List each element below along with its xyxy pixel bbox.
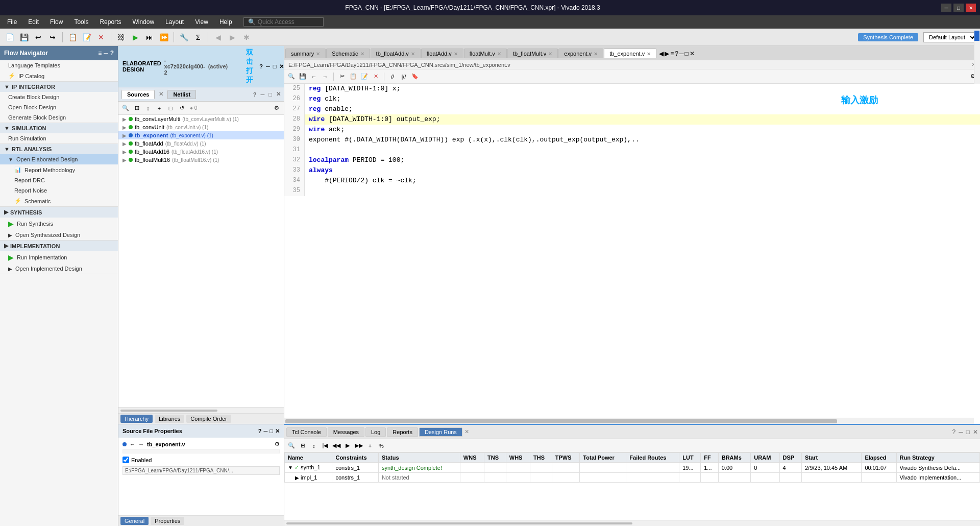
max-btn[interactable]: □: [268, 91, 272, 98]
synthesis-header[interactable]: ▶ SYNTHESIS: [0, 207, 118, 218]
menu-file[interactable]: File: [2, 15, 22, 29]
sigma-button[interactable]: Σ: [191, 31, 205, 44]
menu-edit[interactable]: Edit: [23, 15, 44, 29]
source-item-exponent[interactable]: ▶ tb_exponent (tb_exponent.v) (1): [118, 131, 284, 139]
bottom-min[interactable]: ─: [959, 428, 963, 436]
expand-impl1[interactable]: ▶: [295, 475, 299, 481]
quick-access-input[interactable]: [258, 18, 319, 26]
source-item-floatmult16[interactable]: ▶ tb_floatMult16 (tb_floatMult16.v) (1): [118, 156, 284, 164]
redo-button[interactable]: ↪: [46, 31, 59, 44]
back-button[interactable]: ◀: [211, 31, 225, 44]
copy-code-button[interactable]: 📋: [348, 71, 358, 82]
tab-tb-floatadd-close[interactable]: ✕: [411, 51, 415, 57]
nav-open-implemented-design[interactable]: ▶ Open Implemented Design: [0, 264, 118, 274]
layout-select[interactable]: Default Layout: [923, 32, 977, 42]
tab-exponent[interactable]: exponent.v ✕: [558, 49, 603, 58]
source-item-convlayermulti[interactable]: ▶ tb_convLayerMulti (tb_convLayerMulti.v…: [118, 115, 284, 123]
simulation-header[interactable]: ▼ SIMULATION: [0, 123, 118, 133]
table-row-synth1[interactable]: ▼ ✓ synth_1 constrs_1 synth_design Compl…: [285, 463, 980, 473]
min-btn[interactable]: ─: [261, 91, 265, 98]
paste-code-button[interactable]: 📝: [359, 71, 370, 82]
tab-max[interactable]: □: [684, 50, 688, 57]
asterisk-button[interactable]: ✱: [240, 31, 253, 44]
rtl-analysis-header[interactable]: ▼ RTL ANALYSIS: [0, 144, 118, 154]
reports-tab[interactable]: Reports: [387, 427, 418, 437]
code-editor[interactable]: 输入激励 25 reg [DATA_WIDTH-1:0] x; 26 reg c…: [284, 84, 980, 424]
filter-runs-button[interactable]: ⊞: [298, 441, 308, 451]
nav-open-synthesized-design[interactable]: ▶ Open Synthesized Design: [0, 230, 118, 240]
nav-schematic[interactable]: ⚡ Schematic: [0, 196, 118, 206]
menu-view[interactable]: View: [190, 15, 213, 29]
nav-create-block-design[interactable]: Create Block Design: [0, 92, 118, 102]
prop-min[interactable]: ─: [264, 428, 268, 434]
search-sources-button[interactable]: 🔍: [120, 103, 131, 113]
design-runs-close[interactable]: ✕: [464, 428, 469, 435]
nav-language-templates[interactable]: Language Templates: [0, 60, 118, 70]
refresh-button[interactable]: ↺: [177, 103, 187, 113]
close-icon[interactable]: ✕: [279, 63, 284, 70]
fwd-code-button[interactable]: →: [320, 71, 330, 82]
tcl-console-tab[interactable]: Tcl Console: [286, 427, 327, 437]
table-row-impl1[interactable]: ▶ impl_1 constrs_1 Not started: [285, 473, 980, 483]
settings-button[interactable]: 🔧: [177, 31, 190, 44]
prev-run-button[interactable]: ◀◀: [331, 441, 341, 451]
hierarchy-tab[interactable]: Hierarchy: [120, 415, 153, 423]
prop-settings-icon[interactable]: ⚙: [275, 441, 280, 447]
prop-close[interactable]: ✕: [275, 428, 280, 435]
run-all-button[interactable]: ⛓: [114, 31, 128, 44]
sort-button[interactable]: ↕: [143, 103, 153, 113]
prop-help[interactable]: ?: [258, 428, 262, 434]
help-btn[interactable]: ?: [253, 91, 257, 98]
messages-tab[interactable]: Messages: [328, 427, 364, 437]
tab-tb-floatadd[interactable]: tb_floatAdd.v ✕: [371, 49, 421, 58]
bottom-max[interactable]: □: [966, 428, 970, 436]
forward-button[interactable]: ⏩: [157, 31, 170, 44]
cut-button[interactable]: ✂: [337, 71, 347, 82]
nav-ip-catalog[interactable]: ⚡ IP Catalog: [0, 70, 118, 81]
tab-floatmult-close[interactable]: ✕: [497, 51, 501, 57]
run-button[interactable]: ▶: [129, 31, 142, 44]
close-btn[interactable]: ✕: [276, 91, 281, 98]
source-item-floatadd[interactable]: ▶ tb_floatAdd (tb_floatAdd.v) (1): [118, 139, 284, 148]
new-button[interactable]: 📄: [3, 31, 16, 44]
implementation-header[interactable]: ▶ IMPLEMENTATION: [0, 241, 118, 251]
tab-close[interactable]: ✕: [690, 50, 695, 57]
settings-sources-button[interactable]: ⚙: [272, 103, 282, 113]
percent-button[interactable]: %: [376, 441, 386, 451]
tab-floatadd[interactable]: floatAdd.v ✕: [421, 49, 463, 58]
properties-tab[interactable]: Properties: [151, 517, 184, 525]
bottom-help[interactable]: ?: [952, 428, 956, 436]
scroll-thumb[interactable]: [974, 31, 979, 41]
first-run-button[interactable]: |◀: [320, 441, 330, 451]
tab-summary[interactable]: summary ✕: [285, 49, 326, 58]
horizontal-scrollbar[interactable]: [120, 410, 217, 412]
minimize-button[interactable]: ─: [941, 4, 951, 12]
add-source-button[interactable]: +: [154, 103, 164, 113]
nav-open-block-design[interactable]: Open Block Design: [0, 102, 118, 112]
prop-file-arrow-left[interactable]: ←: [130, 441, 135, 447]
menu-flow[interactable]: Flow: [45, 15, 68, 29]
tab-tb-exponent-close[interactable]: ✕: [647, 51, 651, 57]
tab-floatmult[interactable]: floatMult.v ✕: [464, 49, 507, 58]
add-constraint-button[interactable]: □: [165, 103, 176, 113]
sort-runs-button[interactable]: ↕: [309, 441, 319, 451]
horiz-scroll-thumb[interactable]: [285, 419, 837, 423]
expand-synth1[interactable]: ▼: [288, 465, 293, 470]
enabled-checkbox[interactable]: [122, 457, 129, 463]
menu-tools[interactable]: Tools: [69, 15, 93, 29]
min-icon[interactable]: ─: [266, 63, 270, 69]
tab-floatadd-close[interactable]: ✕: [454, 51, 458, 57]
tab-min[interactable]: ─: [679, 50, 684, 57]
filter-button[interactable]: ⊞: [132, 103, 142, 113]
comment-button[interactable]: //: [387, 71, 398, 82]
copy-button[interactable]: 📋: [66, 31, 79, 44]
fwd-nav-button[interactable]: ▶: [226, 31, 239, 44]
close-button[interactable]: ✕: [966, 4, 976, 12]
menu-layout[interactable]: Layout: [160, 15, 189, 29]
delete-button[interactable]: ✕: [94, 31, 108, 44]
nav-run-synthesis[interactable]: ▶ Run Synthesis: [0, 218, 118, 230]
nav-report-noise[interactable]: Report Noise: [0, 185, 118, 196]
horiz-scrollbar-editor[interactable]: [284, 418, 974, 424]
prev-tab-button[interactable]: ◀: [659, 50, 664, 57]
paste-button[interactable]: 📝: [80, 31, 93, 44]
